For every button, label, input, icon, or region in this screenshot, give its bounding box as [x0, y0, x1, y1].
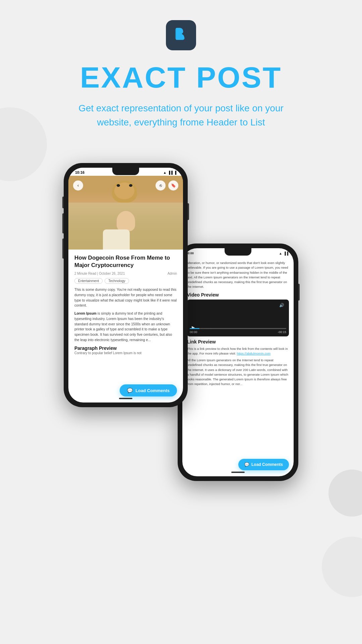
link-url[interactable]: https://abdulmomin.com [237, 352, 270, 355]
phone-btn-power [188, 203, 189, 220]
video-progress-bar[interactable] [190, 328, 286, 329]
link-desc-1: This is a link preview to check how the … [187, 346, 289, 356]
page-subtitle: Get exact representation of your post li… [64, 101, 298, 129]
battery-icon-right: ▐▐ [284, 252, 288, 255]
page-title: EXACT POST [80, 60, 282, 95]
video-section-title: Video Preview [182, 289, 294, 300]
load-comments-label-left: Load Comments [135, 388, 170, 393]
status-bar-left: 10:16 ▲ ▐▐ ▐ [68, 168, 183, 176]
bookmark-icon: 🔖 [171, 183, 176, 188]
paragraph-preview-title: Paragraph Preview [74, 345, 177, 351]
phone-left-screen: 10:16 ▲ ▐▐ ▐ [68, 168, 183, 402]
phone-left: 10:16 ▲ ▐▐ ▐ [64, 163, 188, 407]
post-body-2-text: is simply a dummy text of the printing a… [74, 311, 172, 342]
tag-entertainment: Entertainment [74, 278, 103, 284]
status-time-right: 0:00 [188, 252, 194, 255]
home-indicator-right [231, 472, 245, 473]
comment-icon-right: 💬 [244, 462, 249, 467]
back-button[interactable]: ‹ [73, 180, 83, 191]
comment-icon-left: 💬 [127, 388, 133, 393]
phone-right-screen: 0:00 ▲ ▐▐ alteration, or humor, or rando… [182, 248, 294, 476]
post-meta: 2 Minute Read | October 26, 2021 Admin [74, 272, 177, 275]
phone-notch-left [112, 168, 139, 175]
wifi-icon: ▲ [163, 171, 167, 174]
right-intro-text: alteration, or humor, or randomized word… [182, 257, 294, 289]
phone-btn-vol-down [62, 238, 64, 259]
post-image: ‹ ⎋ 🔖 [68, 176, 183, 250]
post-author: Admin [168, 272, 177, 275]
post-title-left: How Dogecoin Rose From Meme to Major Cry… [74, 254, 177, 269]
link-preview: This is a link preview to check how the … [182, 346, 294, 387]
volume-icon: 🔊 [279, 303, 284, 308]
post-tags: Entertainment Technology [74, 278, 177, 284]
video-timestamps: 00:00 -00:15 [190, 330, 286, 334]
page-header: EXACT POST Get exact representation of y… [64, 0, 298, 150]
wifi-icon-right: ▲ [279, 252, 282, 255]
status-bar-right: 0:00 ▲ ▐▐ [182, 248, 294, 257]
load-comments-label-right: Load Comments [251, 462, 283, 467]
video-time-start: 00:00 [190, 330, 197, 334]
share-icon: ⎋ [160, 183, 162, 188]
video-controls: 00:00 -00:15 [190, 328, 286, 334]
video-time-end: -00:15 [278, 330, 286, 334]
load-comments-button-right[interactable]: 💬 Load Comments [238, 459, 289, 470]
home-indicator-left [119, 398, 132, 399]
phone-btn-vol-up [62, 213, 64, 233]
logo-icon [172, 25, 190, 45]
status-icons-left: ▲ ▐▐ ▐ [163, 171, 176, 174]
load-comments-button-left[interactable]: 💬 Load Comments [120, 384, 177, 396]
bookmark-button[interactable]: 🔖 [168, 180, 178, 191]
link-section-title: Link Preview [182, 336, 294, 346]
logo [166, 20, 196, 50]
right-phone-content: alteration, or humor, or randomized word… [182, 257, 294, 476]
signal-icon: ▐▐ [168, 171, 173, 174]
link-desc-2: All the Lorem Ipsum generators on the In… [187, 358, 289, 387]
phone-btn-mute [62, 197, 64, 208]
video-preview: 🔊 ▶ 00:00 -00:15 [187, 300, 289, 336]
battery-icon: ▐ [174, 171, 176, 174]
post-action-buttons: ⎋ 🔖 [156, 180, 178, 191]
post-body-bold: Lorem Ipsum [74, 311, 97, 315]
post-read-time: 2 Minute Read | October 26, 2021 [74, 272, 125, 275]
phone-notch-right [225, 248, 251, 256]
tag-technology: Technology [105, 278, 129, 284]
phone-right-btn-power [298, 284, 300, 301]
video-progress-fill [190, 328, 199, 329]
post-image-nav: ‹ ⎋ 🔖 [68, 180, 183, 191]
post-body-1: This is some dummy copy. You're not real… [74, 287, 177, 308]
post-body-2: Lorem Ipsum is simply a dummy text of th… [74, 311, 177, 343]
post-content-left: How Dogecoin Rose From Meme to Major Cry… [68, 250, 183, 360]
status-icons-right: ▲ ▐▐ [279, 252, 288, 255]
back-icon: ‹ [77, 183, 79, 188]
bg-decoration-right [322, 537, 362, 597]
phone-right: 0:00 ▲ ▐▐ alteration, or humor, or rando… [178, 244, 298, 481]
post-body-3: Contrary to popular belief Lorem Ipsum i… [74, 351, 177, 356]
phones-container: 10:16 ▲ ▐▐ ▐ [0, 150, 362, 481]
status-time-left: 10:16 [75, 170, 84, 174]
share-button[interactable]: ⎋ [156, 180, 166, 191]
